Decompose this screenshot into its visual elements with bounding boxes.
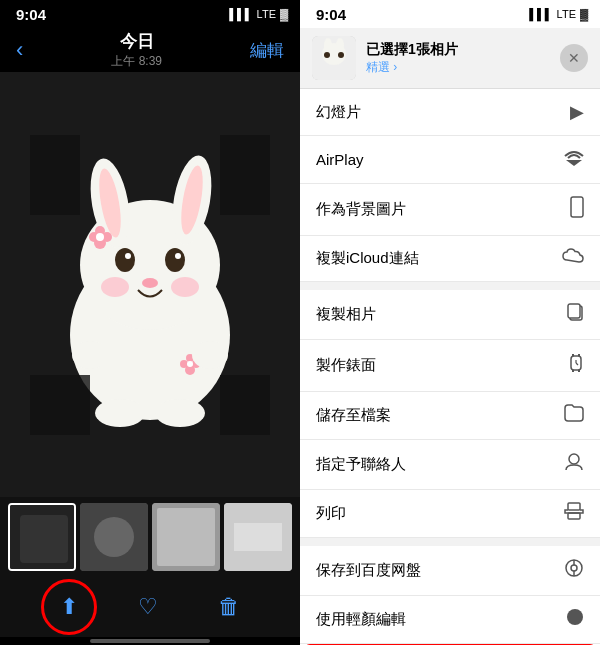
svg-point-11 <box>101 277 129 297</box>
svg-rect-28 <box>30 375 90 435</box>
svg-rect-32 <box>20 515 68 563</box>
assign-contact-icon <box>564 452 584 477</box>
battery-icon-left: ▓ <box>280 8 288 20</box>
edit-button[interactable]: 編輯 <box>250 39 284 62</box>
svg-point-41 <box>324 38 332 54</box>
left-panel: 9:04 ▌▌▌ LTE ▓ ‹ 今日 上午 8:39 編輯 <box>0 0 300 645</box>
home-indicator-left <box>0 637 300 645</box>
menu-divider-1 <box>300 282 600 290</box>
slideshow-label: 幻燈片 <box>316 103 361 122</box>
print-icon <box>564 502 584 525</box>
svg-rect-38 <box>234 523 282 551</box>
menu-item-copy-photo[interactable]: 複製相片 <box>300 290 600 340</box>
signal-icon-left: ▌▌▌ <box>229 8 252 20</box>
save-file-label: 儲存至檔案 <box>316 406 391 425</box>
menu-item-baidu-pan[interactable]: 保存到百度网盤 <box>300 546 600 596</box>
status-icons-left: ▌▌▌ LTE ▓ <box>229 8 288 20</box>
wallpaper-icon <box>570 196 584 223</box>
trash-button[interactable]: 🗑 <box>218 594 240 620</box>
menu-item-slideshow[interactable]: 幻燈片 ▶ <box>300 89 600 136</box>
right-panel: 9:04 ▌▌▌ LTE ▓ 已選擇1張相片 精選 › ✕ 幻燈片 <box>300 0 600 645</box>
sheet-header: 已選擇1張相片 精選 › ✕ <box>300 28 600 89</box>
light-edit-label: 使用輕顏編輯 <box>316 610 406 629</box>
lte-icon-right: LTE <box>557 8 576 20</box>
svg-point-7 <box>165 248 185 272</box>
share-button-wrapper: ⬆ <box>60 594 78 620</box>
svg-point-62 <box>567 609 583 625</box>
icloud-link-label: 複製iCloud連結 <box>316 249 419 268</box>
svg-rect-30 <box>220 375 270 435</box>
svg-point-25 <box>95 399 145 427</box>
airplay-label: AirPlay <box>316 151 364 168</box>
sheet-thumbnail <box>312 36 356 80</box>
time-left: 9:04 <box>16 6 46 23</box>
share-button[interactable]: ⬆ <box>60 594 78 619</box>
nav-subtitle: 上午 8:39 <box>111 53 162 70</box>
svg-rect-36 <box>157 508 215 566</box>
status-icons-right: ▌▌▌ LTE ▓ <box>529 8 588 20</box>
nav-title: 今日 <box>111 30 162 53</box>
photo-strip[interactable] <box>0 497 300 577</box>
svg-point-10 <box>142 278 158 288</box>
nav-bar-left: ‹ 今日 上午 8:39 編輯 <box>0 28 300 72</box>
thumbnail-1[interactable] <box>8 503 76 571</box>
svg-point-55 <box>569 454 579 464</box>
copy-photo-label: 複製相片 <box>316 305 376 324</box>
thumbnail-2[interactable] <box>80 503 148 571</box>
bottom-toolbar: ⬆ ♡ 🗑 <box>0 577 300 637</box>
svg-rect-45 <box>571 197 583 217</box>
menu-item-save-file[interactable]: 儲存至檔案 <box>300 392 600 440</box>
sheet-title: 已選擇1張相片 <box>366 41 550 59</box>
copy-photo-icon <box>566 302 584 327</box>
svg-point-8 <box>125 253 131 259</box>
svg-point-44 <box>338 52 344 58</box>
menu-item-watch-face[interactable]: 製作錶面 <box>300 340 600 392</box>
sheet-subtitle: 精選 › <box>366 59 550 76</box>
svg-point-59 <box>571 565 577 571</box>
menu-item-light-edit[interactable]: 使用輕顏編輯 <box>300 596 600 644</box>
watch-face-label: 製作錶面 <box>316 356 376 375</box>
baidu-pan-label: 保存到百度网盤 <box>316 561 421 580</box>
slideshow-icon: ▶ <box>570 101 584 123</box>
menu-item-airplay[interactable]: AirPlay <box>300 136 600 184</box>
menu-item-wallpaper[interactable]: 作為背景圖片 <box>300 184 600 236</box>
svg-point-6 <box>115 248 135 272</box>
menu-item-icloud-link[interactable]: 複製iCloud連結 <box>300 236 600 282</box>
baidu-pan-icon <box>564 558 584 583</box>
bunny-image <box>30 135 270 435</box>
svg-point-17 <box>96 233 104 241</box>
svg-point-24 <box>192 341 228 369</box>
menu-divider-2 <box>300 538 600 546</box>
svg-point-34 <box>94 517 134 557</box>
svg-rect-29 <box>220 135 270 215</box>
save-file-icon <box>564 404 584 427</box>
menu-item-assign-contact[interactable]: 指定予聯絡人 <box>300 440 600 490</box>
battery-icon-right: ▓ <box>580 8 588 20</box>
svg-rect-57 <box>568 513 580 519</box>
print-label: 列印 <box>316 504 346 523</box>
svg-point-22 <box>187 361 193 367</box>
menu-list: 幻燈片 ▶ AirPlay 作為背景圖片 複製 <box>300 89 600 645</box>
airplay-icon <box>564 148 584 171</box>
photo-main <box>0 72 300 497</box>
svg-point-42 <box>336 38 344 54</box>
svg-point-43 <box>324 52 330 58</box>
svg-point-23 <box>72 341 108 369</box>
icloud-icon <box>562 248 584 269</box>
thumbnail-3[interactable] <box>152 503 220 571</box>
lte-icon-left: LTE <box>257 8 276 20</box>
signal-icon-right: ▌▌▌ <box>529 8 552 20</box>
thumbnail-4[interactable] <box>224 503 292 571</box>
watch-face-icon <box>568 352 584 379</box>
svg-line-54 <box>576 363 578 365</box>
svg-point-9 <box>175 253 181 259</box>
svg-point-26 <box>155 399 205 427</box>
back-button[interactable]: ‹ <box>16 37 23 63</box>
sheet-header-text: 已選擇1張相片 精選 › <box>366 41 550 76</box>
menu-item-print[interactable]: 列印 <box>300 490 600 538</box>
status-bar-left: 9:04 ▌▌▌ LTE ▓ <box>0 0 300 28</box>
close-button[interactable]: ✕ <box>560 44 588 72</box>
light-edit-icon <box>566 608 584 631</box>
wallpaper-label: 作為背景圖片 <box>316 200 406 219</box>
heart-button[interactable]: ♡ <box>138 594 158 620</box>
